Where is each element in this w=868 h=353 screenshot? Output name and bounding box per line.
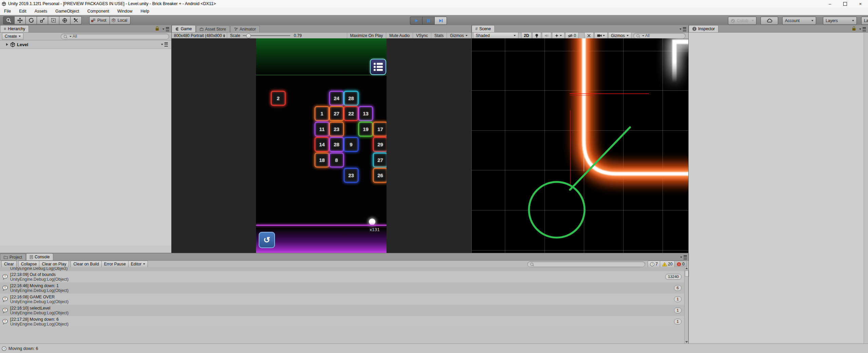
scene-viewport[interactable] (472, 38, 688, 253)
camera-dropdown[interactable] (594, 32, 608, 39)
lock-icon (156, 28, 159, 31)
console-row[interactable]: ![22:18:09] Out of boundsUnityEngine.Deb… (0, 271, 684, 282)
editor-button[interactable]: Editor (128, 261, 148, 267)
menu-window[interactable]: Window (113, 7, 136, 15)
clear-button[interactable]: Clear (1, 261, 17, 267)
menu-component[interactable]: Component (83, 7, 113, 15)
scale-tool-button[interactable] (37, 16, 48, 24)
pause-button[interactable] (422, 17, 435, 25)
resolution-dropdown[interactable]: 800x480 Portrait (480x800 (172, 33, 227, 39)
game-menu-button[interactable] (370, 59, 386, 75)
vsync-button[interactable]: VSync (413, 33, 431, 39)
error-count-toggle[interactable]: ! 0 (674, 261, 687, 267)
scale-slider[interactable] (243, 34, 290, 38)
component-tools-button[interactable] (584, 32, 594, 39)
menu-assets[interactable]: Assets (31, 7, 52, 15)
splitter-game-scene[interactable] (471, 25, 472, 253)
collapse-button[interactable]: Collapse (18, 261, 40, 267)
play-button[interactable] (410, 17, 422, 25)
console-doc-icon (30, 255, 33, 259)
scene-panel-menu[interactable] (678, 27, 688, 32)
local-toggle-button[interactable]: Local (110, 16, 131, 24)
create-button[interactable]: Create (2, 33, 23, 40)
error-pause-button[interactable]: Error Pause (101, 261, 129, 267)
hierarchy-panel-menu[interactable] (156, 27, 171, 32)
inspector-scrollbar[interactable] (864, 33, 868, 343)
game-viewport: 224281272213112319171428929188272326 x13… (256, 38, 387, 253)
unity-editor-window: Unity 2019.1.12f1 Personal - [PREVIEW PA… (0, 0, 868, 353)
tab-project[interactable]: Project (0, 254, 26, 260)
step-button[interactable] (434, 17, 447, 25)
rect-tool-button[interactable] (48, 16, 59, 24)
splitter-scene-inspector[interactable] (688, 25, 689, 343)
scene-search-input[interactable]: All (633, 33, 686, 39)
console-search-input[interactable] (527, 261, 645, 267)
tab-console[interactable]: Console (26, 253, 53, 260)
cloud-button[interactable] (761, 17, 778, 25)
inspector-panel-menu[interactable] (852, 27, 868, 32)
expand-triangle-icon[interactable] (6, 43, 8, 46)
pivot-toggle-button[interactable]: Pivot (89, 16, 110, 24)
console-row[interactable]: ![22:16:46] Moving down: 1UnityEngine.De… (0, 282, 684, 294)
close-button[interactable]: × (853, 0, 868, 7)
splitter-hierarchy-game[interactable] (171, 25, 172, 253)
hierarchy-search-input[interactable]: All (61, 34, 169, 39)
info-count-toggle[interactable]: ! 7 (648, 261, 660, 267)
scroll-up-arrow[interactable] (685, 267, 688, 269)
shading-mode-dropdown[interactable]: Shaded (473, 32, 518, 39)
tab-animator[interactable]: Animator (230, 25, 260, 32)
hidden-objects-toggle[interactable]: 0 (565, 32, 579, 39)
maximize-on-play-button[interactable]: Maximize On Play (347, 33, 386, 39)
audio-toggle[interactable] (542, 32, 551, 39)
menu-file[interactable]: File (0, 7, 15, 15)
scene-row-menu[interactable] (159, 42, 170, 47)
scroll-down-arrow[interactable] (685, 341, 688, 343)
console-row[interactable]: ![22:16:08] GAME OVERUnityEngine.Debug:L… (0, 294, 684, 305)
brick-8: 8 (329, 153, 344, 167)
scale-slider-knob[interactable] (246, 34, 251, 38)
svg-text:!: ! (4, 297, 5, 300)
console-row[interactable]: ![22:17:28] Moving down: 6UnityEngine.De… (0, 316, 684, 327)
console-row[interactable]: ![22:16:10] selectLevelUnityEngine.Debug… (0, 305, 684, 316)
undo-button[interactable]: ↺ (259, 232, 275, 248)
undo-icon: ↺ (263, 235, 270, 245)
tab-game[interactable]: Game (172, 25, 196, 32)
layers-dropdown[interactable]: Layers (823, 17, 857, 25)
move-tool-button[interactable] (14, 16, 26, 24)
view-tool-button[interactable] (3, 16, 15, 24)
minimize-button[interactable]: – (822, 0, 837, 7)
tab-asset-store[interactable]: Asset Store (196, 25, 230, 32)
clear-on-play-button[interactable]: Clear on Play (39, 261, 69, 267)
status-bar[interactable]: ! Moving down: 6 (0, 343, 868, 353)
console-panel-menu[interactable] (678, 255, 689, 260)
2d-toggle[interactable]: 2D (521, 32, 532, 39)
tab-scene[interactable]: # Scene (472, 25, 495, 32)
menu-help[interactable]: Help (136, 7, 153, 15)
maximize-button[interactable] (837, 0, 853, 7)
tab-hierarchy[interactable]: ≡ Hierarchy (0, 25, 29, 32)
transform-tool-button[interactable] (59, 16, 71, 24)
splitter-main-console[interactable] (0, 253, 688, 253)
scene-art (472, 38, 688, 253)
layout-dropdown[interactable]: Layout (861, 17, 868, 25)
console-row-partial[interactable]: UnityEngine.Debug:Log(Object) (0, 267, 684, 271)
tab-inspector[interactable]: i Inspector (689, 25, 718, 32)
gizmos-dropdown[interactable]: Gizmos (608, 32, 631, 39)
lighting-toggle[interactable] (532, 32, 541, 39)
brick-17: 17 (373, 122, 387, 136)
custom-tool-button[interactable] (70, 16, 82, 24)
menu-edit[interactable]: Edit (15, 7, 31, 15)
stats-button[interactable]: Stats (431, 33, 447, 39)
game-bottom-gradient (256, 228, 387, 253)
gizmos-button[interactable]: Gizmos (447, 33, 471, 39)
effects-dropdown[interactable] (552, 32, 565, 39)
clear-on-build-button[interactable]: Clear on Build (71, 261, 101, 267)
mute-audio-button[interactable]: Mute Audio (386, 33, 413, 39)
rotate-tool-button[interactable] (25, 16, 37, 24)
warning-count-toggle[interactable]: ! 20 (660, 261, 675, 267)
collab-dropdown[interactable]: Collab (728, 17, 756, 25)
account-dropdown[interactable]: Account (782, 17, 816, 25)
log-stacktrace: UnityEngine.Debug:Log(Object) (10, 299, 68, 304)
menu-gameobject[interactable]: GameObject (51, 7, 83, 15)
scene-header-row[interactable]: Level (0, 40, 171, 49)
